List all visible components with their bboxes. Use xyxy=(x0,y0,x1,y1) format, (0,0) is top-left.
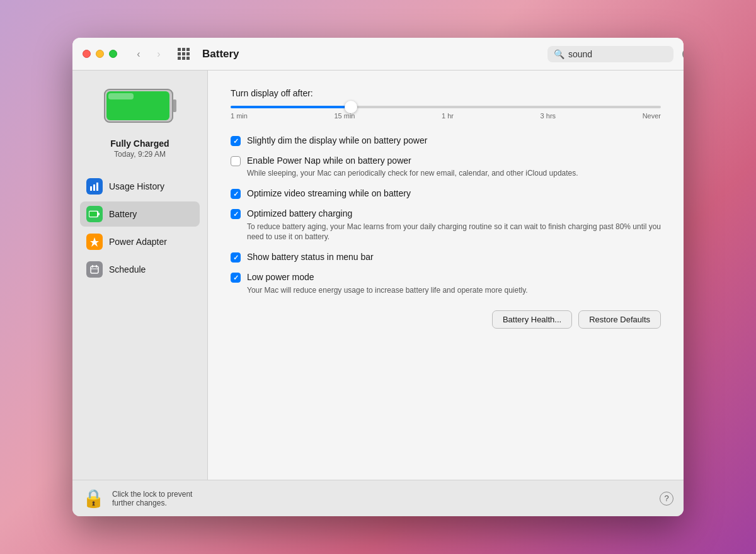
battery-icon xyxy=(102,83,178,131)
nav-buttons: ‹ › xyxy=(130,45,168,63)
option-label-battery-charging: Optimized battery charging xyxy=(247,208,661,219)
slider-label: Turn display off after: xyxy=(231,88,661,98)
forward-button[interactable]: › xyxy=(150,45,168,63)
restore-defaults-button[interactable]: Restore Defaults xyxy=(578,310,661,329)
display-off-slider-container: Turn display off after: 1 min 15 min 1 h… xyxy=(231,88,661,120)
maximize-button[interactable] xyxy=(109,50,117,58)
option-sublabel-low-power: Your Mac will reduce energy usage to inc… xyxy=(247,285,661,296)
slider-labels: 1 min 15 min 1 hr 3 hrs Never xyxy=(231,112,661,120)
back-button[interactable]: ‹ xyxy=(130,45,147,63)
power-adapter-icon xyxy=(86,234,103,250)
battery-health-button[interactable]: Battery Health... xyxy=(492,310,572,329)
sidebar-navigation: Usage History Battery xyxy=(72,174,207,282)
lock-icon[interactable]: 🔒 xyxy=(83,488,105,509)
lock-text-line1: Click the lock to prevent xyxy=(112,490,192,499)
sidebar-label-schedule: Schedule xyxy=(109,264,146,274)
sidebar-item-usage-history[interactable]: Usage History xyxy=(80,174,200,199)
battery-nav-icon xyxy=(86,206,103,222)
checkbox-battery-status[interactable] xyxy=(231,252,241,263)
slider-mark-never: Never xyxy=(643,112,661,120)
option-row-video-streaming: Optimize video streaming while on batter… xyxy=(231,188,661,199)
option-label-video-streaming: Optimize video streaming while on batter… xyxy=(247,188,661,199)
slider-mark-3hrs: 3 hrs xyxy=(541,112,556,120)
option-row-battery-charging: Optimized battery charging To reduce bat… xyxy=(231,208,661,242)
slider-mark-1hr: 1 hr xyxy=(442,112,454,120)
slider-track-wrapper xyxy=(231,106,661,108)
help-button[interactable]: ? xyxy=(660,492,673,506)
checkbox-power-nap[interactable] xyxy=(231,156,241,166)
option-row-battery-status: Show battery status in menu bar xyxy=(231,251,661,263)
svg-rect-3 xyxy=(108,93,134,99)
slider-thumb[interactable] xyxy=(345,101,357,113)
option-label-low-power: Low power mode xyxy=(247,271,661,283)
option-text-battery-charging: Optimized battery charging To reduce bat… xyxy=(247,208,661,242)
battery-status-label: Fully Charged xyxy=(110,138,169,149)
checkbox-low-power[interactable] xyxy=(231,273,241,283)
sidebar-label-battery: Battery xyxy=(109,209,137,219)
titlebar: ‹ › Battery 🔍 ✕ xyxy=(72,38,684,71)
svg-rect-7 xyxy=(96,183,98,191)
checkbox-dim-display[interactable] xyxy=(231,136,241,146)
option-row-power-nap: Enable Power Nap while on battery power … xyxy=(231,155,661,179)
svg-rect-5 xyxy=(90,186,92,191)
minimize-button[interactable] xyxy=(96,50,104,58)
slider-track xyxy=(231,106,661,108)
option-row-dim-display: Slightly dim the display while on batter… xyxy=(231,135,661,146)
usage-history-icon xyxy=(86,178,103,195)
system-preferences-window: ‹ › Battery 🔍 ✕ xyxy=(72,38,684,516)
svg-rect-10 xyxy=(98,213,100,215)
checkbox-video-streaming[interactable] xyxy=(231,189,241,199)
option-label-power-nap: Enable Power Nap while on battery power xyxy=(247,155,661,166)
svg-rect-9 xyxy=(89,212,97,217)
close-button[interactable] xyxy=(83,50,91,58)
battery-image xyxy=(102,83,178,128)
option-text-power-nap: Enable Power Nap while on battery power … xyxy=(247,155,661,179)
svg-rect-12 xyxy=(91,266,98,273)
search-input[interactable] xyxy=(568,49,679,59)
checkbox-battery-charging[interactable] xyxy=(231,209,241,219)
search-clear-button[interactable]: ✕ xyxy=(682,48,684,60)
svg-marker-11 xyxy=(90,237,99,247)
lock-text-line2: further changes. xyxy=(112,499,167,507)
search-box: 🔍 ✕ xyxy=(547,46,673,62)
grid-icon[interactable] xyxy=(178,48,190,60)
option-text-battery-status: Show battery status in menu bar xyxy=(247,251,661,263)
window-title: Battery xyxy=(202,48,239,60)
battery-time-label: Today, 9:29 AM xyxy=(114,150,166,159)
bottom-buttons: Battery Health... Restore Defaults xyxy=(231,310,661,329)
traffic-lights xyxy=(83,50,117,58)
lock-text: Click the lock to prevent further change… xyxy=(112,490,652,507)
option-row-low-power: Low power mode Your Mac will reduce ener… xyxy=(231,271,661,295)
sidebar-item-power-adapter[interactable]: Power Adapter xyxy=(80,229,200,254)
sidebar-item-schedule[interactable]: Schedule xyxy=(80,257,200,282)
option-sublabel-power-nap: While sleeping, your Mac can periodicall… xyxy=(247,168,661,179)
main-panel: Turn display off after: 1 min 15 min 1 h… xyxy=(208,71,684,480)
lock-bar: 🔒 Click the lock to prevent further chan… xyxy=(72,480,684,516)
option-text-video-streaming: Optimize video streaming while on batter… xyxy=(247,188,661,199)
slider-mark-1min: 1 min xyxy=(231,112,248,120)
option-text-low-power: Low power mode Your Mac will reduce ener… xyxy=(247,271,661,295)
schedule-icon xyxy=(86,261,103,278)
sidebar-label-usage-history: Usage History xyxy=(109,181,164,191)
option-label-battery-status: Show battery status in menu bar xyxy=(247,251,661,263)
search-icon: 🔍 xyxy=(554,49,564,59)
sidebar: Fully Charged Today, 9:29 AM Usage Histo… xyxy=(72,71,208,480)
svg-rect-6 xyxy=(93,184,95,191)
option-text-dim-display: Slightly dim the display while on batter… xyxy=(247,135,661,146)
option-sublabel-battery-charging: To reduce battery aging, your Mac learns… xyxy=(247,222,661,243)
sidebar-label-power-adapter: Power Adapter xyxy=(109,237,167,247)
content-area: Fully Charged Today, 9:29 AM Usage Histo… xyxy=(72,71,684,480)
slider-fill xyxy=(231,106,351,108)
sidebar-item-battery[interactable]: Battery xyxy=(80,201,200,227)
option-label-dim-display: Slightly dim the display while on batter… xyxy=(247,135,661,146)
